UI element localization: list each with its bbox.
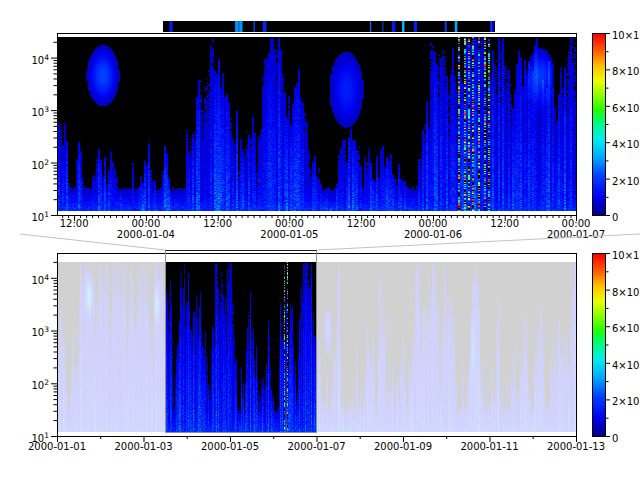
context-panel-colorbar-axis	[606, 253, 612, 437]
y-tick-exponent: 1	[44, 210, 49, 219]
context-panel-x-tick-label: 2000-01-05	[201, 441, 259, 452]
detail-panel-x-tick-label: 00:002000-01-06	[404, 218, 462, 240]
context-panel-colorbar-label: 4×107	[612, 356, 640, 372]
y-tick-exponent: 1	[44, 431, 49, 440]
detail-panel-x-tick-label: 12:00	[347, 218, 376, 229]
context-panel-x-tick-label: 2000-01-03	[114, 441, 172, 452]
colorbar-tick-mantissa: 4×10	[612, 139, 639, 150]
colorbar-tick-mantissa: 10×10	[612, 30, 640, 41]
x-tick-date: 2000-01-06	[404, 229, 462, 240]
context-panel-colorbar	[592, 253, 606, 437]
colorbar-tick-mantissa: 8×10	[612, 66, 639, 77]
colorbar-tick-mantissa: 0	[612, 212, 618, 223]
x-tick-time: 12:00	[347, 218, 376, 229]
context-panel-colorbar-label: 0	[612, 429, 618, 445]
x-tick-time: 12:00	[490, 218, 519, 229]
context-panel-colorbar-label: 2×107	[612, 392, 640, 408]
detail-panel-colorbar-label: 8×107	[612, 62, 640, 78]
x-tick-date: 2000-01-07	[547, 229, 605, 240]
colorbar-tick-mantissa: 6×10	[612, 323, 639, 334]
detail-panel-colorbar-axis	[606, 33, 612, 216]
x-tick-time: 2000-01-05	[201, 441, 259, 452]
y-tick-mantissa: 10	[31, 327, 44, 338]
detail-panel-y-axis	[49, 33, 57, 216]
x-tick-date: 2000-01-05	[260, 229, 318, 240]
y-tick-exponent: 4	[44, 53, 49, 62]
context-panel-x-tick-label: 2000-01-07	[287, 441, 345, 452]
time-range-selection-box[interactable]	[165, 250, 317, 433]
x-tick-time: 12:00	[60, 218, 89, 229]
context-panel-y-tick-label: 104	[8, 271, 49, 287]
y-tick-mantissa: 10	[31, 274, 44, 285]
detail-panel-y-tick-label: 103	[8, 103, 49, 119]
context-panel-colorbar-label: 6×107	[612, 319, 640, 335]
x-tick-time: 00:00	[547, 218, 605, 229]
detail-panel-x-tick-label: 12:00	[203, 218, 232, 229]
colorbar-tick-mantissa: 4×10	[612, 359, 639, 370]
y-tick-exponent: 3	[44, 325, 49, 334]
detail-panel-x-tick-label: 00:002000-01-05	[260, 218, 318, 240]
detail-panel-colorbar-label: 2×107	[612, 172, 640, 188]
colorbar-tick-mantissa: 2×10	[612, 396, 639, 407]
detail-panel-colorbar-label: 0	[612, 208, 618, 224]
x-tick-time: 2000-01-09	[374, 441, 432, 452]
context-panel-y-tick-label: 103	[8, 323, 49, 339]
y-tick-exponent: 2	[44, 158, 49, 167]
y-tick-exponent: 4	[44, 273, 49, 282]
x-tick-date: 2000-01-04	[117, 229, 175, 240]
y-tick-exponent: 2	[44, 378, 49, 387]
context-panel-spectrogram[interactable]	[58, 262, 576, 432]
y-tick-mantissa: 10	[31, 212, 44, 223]
x-tick-time: 00:00	[404, 218, 462, 229]
x-tick-time: 2000-01-13	[547, 441, 605, 452]
detail-panel-x-tick-label: 00:002000-01-04	[117, 218, 175, 240]
x-tick-time: 12:00	[203, 218, 232, 229]
detail-panel-x-tick-label: 12:00	[490, 218, 519, 229]
context-panel-y-axis	[49, 253, 57, 437]
x-tick-time: 2000-01-07	[287, 441, 345, 452]
colorbar-tick-mantissa: 8×10	[612, 286, 639, 297]
context-panel-y-tick-label: 102	[8, 376, 49, 392]
y-tick-exponent: 3	[44, 105, 49, 114]
colorbar-tick-mantissa: 6×10	[612, 102, 639, 113]
y-tick-mantissa: 10	[31, 380, 44, 391]
context-panel-x-tick-label: 2000-01-11	[460, 441, 518, 452]
x-tick-time: 00:00	[117, 218, 175, 229]
context-panel-x-tick-label: 2000-01-09	[374, 441, 432, 452]
detail-panel-y-tick-label: 104	[8, 51, 49, 67]
detail-panel-colorbar-label: 6×107	[612, 99, 640, 115]
detail-panel-y-tick-label: 102	[8, 156, 49, 172]
detail-panel-spectrogram[interactable]	[58, 37, 576, 211]
detail-panel-colorbar-label: 4×107	[612, 135, 640, 151]
context-panel-colorbar-label: 8×107	[612, 283, 640, 299]
detail-panel-y-tick-label: 101	[8, 208, 49, 224]
x-tick-time: 2000-01-03	[114, 441, 172, 452]
colorbar-tick-mantissa: 0	[612, 433, 618, 444]
x-tick-time: 00:00	[260, 218, 318, 229]
colorbar-tick-mantissa: 10×10	[612, 250, 640, 261]
survey-bar	[163, 21, 495, 32]
y-tick-mantissa: 10	[31, 54, 44, 65]
tplot-figure: 12:0000:002000-01-0412:0000:002000-01-05…	[0, 0, 640, 480]
x-tick-time: 2000-01-11	[460, 441, 518, 452]
context-panel-y-tick-label: 101	[8, 429, 49, 445]
detail-panel-colorbar-label: 10×107	[612, 26, 640, 42]
y-tick-mantissa: 10	[31, 107, 44, 118]
detail-panel-x-tick-label: 12:00	[60, 218, 89, 229]
context-panel-colorbar-label: 10×107	[612, 246, 640, 262]
colorbar-tick-mantissa: 2×10	[612, 175, 639, 186]
y-tick-mantissa: 10	[31, 159, 44, 170]
detail-panel-colorbar	[592, 33, 606, 216]
context-panel-x-tick-label: 2000-01-13	[547, 441, 605, 452]
detail-panel-x-tick-label: 00:002000-01-07	[547, 218, 605, 240]
y-tick-mantissa: 10	[31, 433, 44, 444]
